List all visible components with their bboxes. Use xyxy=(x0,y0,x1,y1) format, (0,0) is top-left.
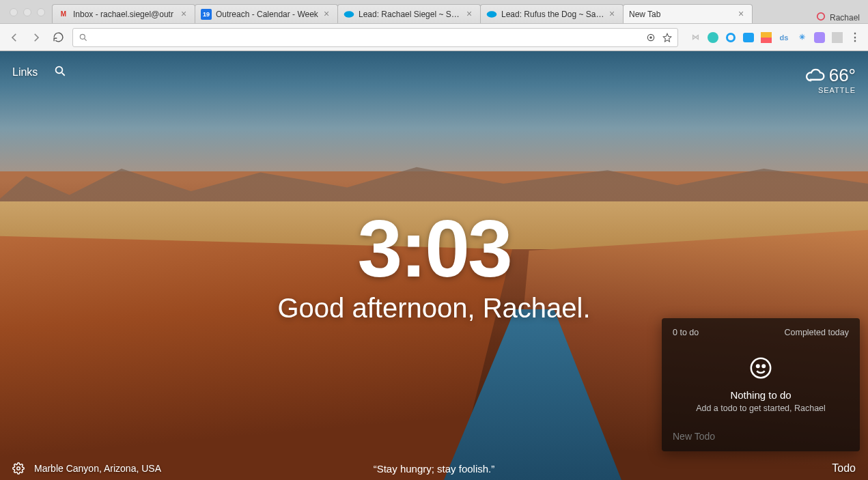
weather-location: SEATTLE xyxy=(806,86,856,94)
extension-icons: ⋈ ds ✳ ⋮ xyxy=(685,31,861,44)
clock: 3:03 xyxy=(357,208,510,289)
profile-area[interactable]: Rachael xyxy=(816,12,868,23)
salesforce-icon xyxy=(486,9,497,20)
ext-icon[interactable]: ds xyxy=(778,31,790,44)
todo-panel: 0 to do Completed today Nothing to do Ad… xyxy=(662,318,860,451)
browser-chrome: M Inbox - rachael.siegel@outr × 19 Outre… xyxy=(0,0,868,51)
profile-name: Rachael xyxy=(830,13,860,23)
window-controls[interactable] xyxy=(5,8,52,23)
ext-icon[interactable]: ✳ xyxy=(796,31,808,44)
tab-title: Lead: Rachael Siegel ~ Sales xyxy=(359,10,462,19)
tab-new-tab[interactable]: New Tab × xyxy=(623,4,753,23)
toolbar: ⋈ ds ✳ ⋮ xyxy=(0,23,868,51)
close-icon[interactable]: × xyxy=(609,10,617,18)
svg-point-7 xyxy=(751,358,770,378)
close-icon[interactable]: × xyxy=(466,10,475,18)
close-icon[interactable]: × xyxy=(181,10,189,18)
location-icon[interactable] xyxy=(646,33,656,42)
svg-point-9 xyxy=(763,365,765,367)
address-bar[interactable] xyxy=(72,28,678,47)
star-icon[interactable] xyxy=(662,33,672,42)
ext-icon[interactable] xyxy=(725,31,737,44)
gmail-icon: M xyxy=(58,9,69,20)
ext-icon[interactable] xyxy=(742,31,755,44)
svg-point-1 xyxy=(487,11,497,17)
close-icon[interactable]: × xyxy=(324,10,332,18)
search-icon xyxy=(79,33,88,42)
ext-icon[interactable] xyxy=(831,31,843,44)
svg-point-5 xyxy=(650,36,652,38)
maximize-window[interactable] xyxy=(37,8,45,16)
ext-icon[interactable] xyxy=(707,31,719,44)
menu-icon[interactable]: ⋮ xyxy=(849,31,861,44)
tab-title: Outreach - Calendar - Week xyxy=(216,10,320,19)
weather-temp: 66° xyxy=(829,65,856,86)
momentum-page: Links 66° SEATTLE 3:03 Good afternoon, R… xyxy=(0,51,868,480)
tab-gmail[interactable]: M Inbox - rachael.siegel@outr × xyxy=(52,4,195,23)
tab-title: Inbox - rachael.siegel@outr xyxy=(73,10,177,19)
ext-icon[interactable] xyxy=(813,31,826,44)
todo-input[interactable] xyxy=(673,425,849,443)
svg-point-0 xyxy=(344,11,354,17)
settings-button[interactable] xyxy=(12,462,25,475)
svg-point-8 xyxy=(757,365,759,367)
svg-point-10 xyxy=(17,467,20,470)
todo-count[interactable]: 0 to do xyxy=(673,328,699,337)
tab-salesforce-lead-rachael[interactable]: Lead: Rachael Siegel ~ Sales × xyxy=(337,4,481,23)
tab-strip: M Inbox - rachael.siegel@outr × 19 Outre… xyxy=(0,0,868,23)
tab-title: Lead: Rufus the Dog ~ Sales xyxy=(501,10,605,19)
todo-empty-title: Nothing to do xyxy=(673,389,849,401)
back-button[interactable] xyxy=(7,30,22,45)
cloud-icon xyxy=(806,66,825,85)
greeting: Good afternoon, Rachael. xyxy=(277,293,590,324)
smile-icon xyxy=(749,356,772,380)
close-window[interactable] xyxy=(10,8,18,16)
reload-button[interactable] xyxy=(51,30,66,45)
ext-icon[interactable] xyxy=(760,31,772,44)
forward-button[interactable] xyxy=(29,30,44,45)
todo-empty-subtitle: Add a todo to get started, Rachael xyxy=(673,404,849,413)
search-icon xyxy=(54,65,66,77)
photo-location[interactable]: Marble Canyon, Arizona, USA xyxy=(34,463,161,474)
tab-salesforce-lead-rufus[interactable]: Lead: Rufus the Dog ~ Sales × xyxy=(480,4,624,23)
todo-toggle[interactable]: Todo xyxy=(832,462,856,475)
search-button[interactable] xyxy=(54,65,66,80)
weather-widget[interactable]: 66° SEATTLE xyxy=(806,65,856,94)
svg-point-6 xyxy=(56,67,63,74)
tab-title: New Tab xyxy=(629,10,734,19)
minimize-window[interactable] xyxy=(23,8,31,16)
tab-calendar[interactable]: 19 Outreach - Calendar - Week × xyxy=(195,4,338,23)
svg-point-3 xyxy=(80,34,85,39)
ext-icon[interactable]: ⋈ xyxy=(689,31,701,44)
links-button[interactable]: Links xyxy=(12,66,38,79)
close-icon[interactable]: × xyxy=(738,10,746,18)
svg-point-2 xyxy=(817,13,825,20)
salesforce-icon xyxy=(344,9,354,20)
calendar-icon: 19 xyxy=(201,9,212,20)
todo-completed-link[interactable]: Completed today xyxy=(784,328,849,337)
outreach-icon xyxy=(816,12,826,23)
